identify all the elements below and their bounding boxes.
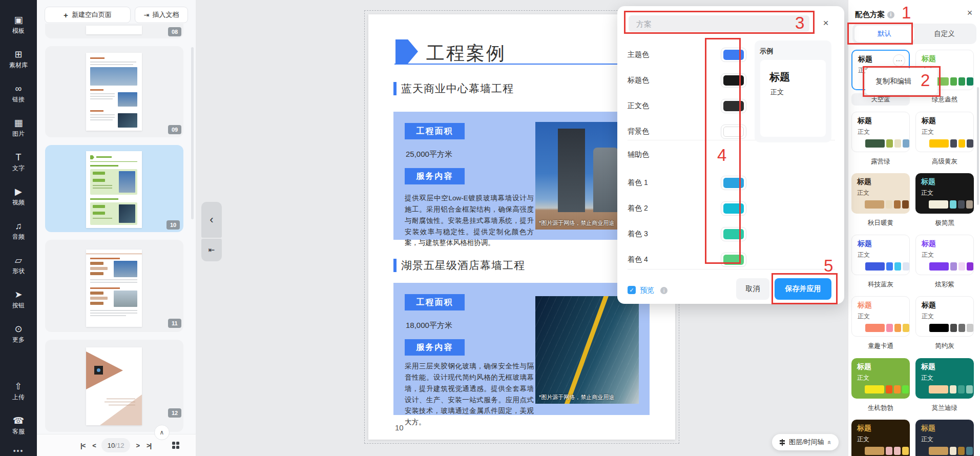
sidebar-item[interactable]: ⊞ 素材库 xyxy=(0,43,37,77)
sidebar-item[interactable]: ▶ 视频 xyxy=(0,180,37,214)
dialog-close-button[interactable]: × xyxy=(819,16,832,30)
grid-view-button[interactable] xyxy=(172,442,180,449)
chevron-left-icon: ‹ xyxy=(210,213,213,226)
color-scheme-item[interactable]: 标题 正文 ··· xyxy=(915,420,974,456)
total-pages: /12 xyxy=(115,442,124,449)
preview-checkbox[interactable]: ✓ xyxy=(628,286,636,294)
slide-thumbnail-11[interactable]: 11 xyxy=(45,240,183,332)
save-and-apply-button[interactable]: 保存并应用 xyxy=(775,278,831,300)
color-scheme-item[interactable]: 标题 正文 ··· 炫彩紫 xyxy=(915,235,974,291)
swatch-color xyxy=(966,447,973,455)
color-swatch-button[interactable] xyxy=(721,253,746,267)
scheme-card[interactable]: 标题 正文 ··· xyxy=(915,296,974,337)
swatch-color xyxy=(958,447,965,455)
page-title[interactable]: 工程案例 xyxy=(426,41,506,66)
slide-thumbnail-08[interactable]: 08 xyxy=(45,24,183,38)
sidebar-item[interactable]: ▣ 模板 xyxy=(0,8,37,43)
sidebar-item-icon: ▶ xyxy=(15,187,22,196)
sidebar-item-icon: ♫ xyxy=(15,221,22,231)
panel-scrollbar[interactable] xyxy=(977,87,979,205)
slide-number-badge: 09 xyxy=(168,125,181,134)
color-scheme-item[interactable]: 标题 正文 ··· 简约灰 xyxy=(915,296,974,352)
slide-thumbnail-09[interactable]: 09 xyxy=(45,46,183,137)
scheme-card[interactable]: 标题 正文 ··· xyxy=(851,296,910,337)
color-swatch-button[interactable] xyxy=(721,125,746,139)
scheme-card[interactable]: 标题 正文 ··· xyxy=(915,358,974,399)
layers-timeline-button[interactable]: 图层/时间轴 « xyxy=(772,434,839,450)
color-scheme-item[interactable]: 标题 正文 ··· 莫兰迪绿 xyxy=(915,358,974,414)
sidebar-item[interactable]: ➤ 按钮 xyxy=(0,283,37,317)
scheme-menu-button[interactable]: ··· xyxy=(893,54,905,67)
swatch-color xyxy=(958,385,965,393)
section-info-card[interactable]: 工程面积 25,000平方米 服务内容 提供双层中空Low-E镀膜玻璃幕墙设计与… xyxy=(393,112,650,240)
slide-thumbnail-10-selected[interactable]: 10 xyxy=(45,145,183,232)
panel-scrollbar[interactable] xyxy=(191,47,194,219)
sidebar-item[interactable]: T 文字 xyxy=(0,146,37,180)
last-page-button[interactable]: >| xyxy=(143,442,155,449)
scheme-card[interactable]: 标题 正文 ··· xyxy=(851,235,910,275)
sidebar-item[interactable]: ☎ 客服 xyxy=(0,409,37,443)
scheme-swatch-strip xyxy=(865,262,910,271)
color-swatch-button[interactable] xyxy=(721,48,746,62)
collapse-to-start-button[interactable]: ⇤ xyxy=(201,239,222,261)
left-toolbar: ▣ 模板 ⊞ 素材库 ∞ 链接 ▦ 图片 T 文字 ▶ 视频 ♫ 音频 ▱ 形状… xyxy=(0,0,37,456)
color-row-label: 着色 1 xyxy=(628,178,648,188)
color-swatch xyxy=(723,75,744,86)
sidebar-item[interactable]: ♫ 音频 xyxy=(0,214,37,248)
next-page-button[interactable]: > xyxy=(132,442,143,449)
scheme-card[interactable]: 标题 正文 ··· xyxy=(851,420,910,456)
scheme-card[interactable]: 标题 正文 ··· xyxy=(851,112,910,152)
scheme-swatch-strip xyxy=(865,385,910,393)
insert-document-button[interactable]: ⇥ 插入文档 xyxy=(135,7,188,23)
scheme-card[interactable]: 标题 正文 ··· xyxy=(915,235,974,275)
scheme-card-body: 正文 xyxy=(857,435,869,444)
prev-page-button[interactable]: < xyxy=(89,442,99,449)
sidebar-item[interactable]: ∞ 链接 xyxy=(0,77,37,111)
swatch-color xyxy=(886,262,893,271)
section-heading[interactable]: 蓝天商业中心幕墙工程 xyxy=(393,81,650,96)
scheme-card[interactable]: 标题 正文 ··· xyxy=(851,173,910,214)
color-swatch-button[interactable] xyxy=(721,201,746,216)
color-swatch-button[interactable] xyxy=(721,176,746,190)
copy-and-edit-menu-item[interactable]: 复制和编辑 xyxy=(875,77,911,86)
slide-thumbnail-12[interactable]: 12 xyxy=(45,340,183,432)
scheme-name-input[interactable] xyxy=(629,15,809,32)
scheme-name: 高级黄灰 xyxy=(915,155,974,168)
sidebar-more-dots[interactable]: ••• xyxy=(0,447,37,455)
cancel-button[interactable]: 取消 xyxy=(736,278,769,300)
color-scheme-item[interactable]: 标题 正文 ··· 极简黑 xyxy=(915,173,974,229)
collapse-sidebar-button[interactable]: ‹ xyxy=(201,202,222,238)
section-info-card[interactable]: 工程面积 18,000平方米 服务内容 采用三层夹胶钢化玻璃，确保安全性与隔音性… xyxy=(393,283,650,415)
scheme-card[interactable]: 标题 正文 ··· xyxy=(851,358,910,399)
color-scheme-item[interactable]: 标题 正文 ··· 露营绿 xyxy=(851,112,910,168)
sidebar-item[interactable]: ⇧ 上传 xyxy=(0,375,37,409)
color-swatch-button[interactable] xyxy=(721,99,746,113)
swatch-color xyxy=(967,139,973,148)
sidebar-item-icon: ➤ xyxy=(14,290,22,299)
section-heading[interactable]: 湖景五星级酒店幕墙工程 xyxy=(393,258,650,273)
first-page-button[interactable]: |< xyxy=(77,442,89,449)
color-swatch xyxy=(723,178,744,188)
preview-label[interactable]: 预览 xyxy=(640,286,654,295)
color-swatch-button[interactable] xyxy=(721,227,746,241)
color-scheme-item[interactable]: 标题 正文 ··· 生机勃勃 xyxy=(851,358,910,414)
building-photo[interactable]: *图片源于网络，禁止商业用途 xyxy=(535,296,639,404)
color-scheme-item[interactable]: 标题 正文 ··· 高级黄灰 xyxy=(915,112,974,168)
color-scheme-item[interactable]: 标题 正文 ··· 科技蓝灰 xyxy=(851,235,910,291)
collapse-panel-button[interactable]: ∧ xyxy=(154,425,170,440)
page-indicator[interactable]: 10 /12 xyxy=(101,438,131,452)
new-blank-page-button[interactable]: + 新建空白页面 xyxy=(45,7,131,23)
scheme-card-title: 标题 xyxy=(858,239,872,248)
scheme-card[interactable]: 标题 正文 ··· xyxy=(915,173,974,214)
scheme-context-menu[interactable]: 复制和编辑 xyxy=(865,68,937,95)
color-scheme-item[interactable]: 标题 正文 ··· 秋日暖黄 xyxy=(851,173,910,229)
sidebar-item[interactable]: ▱ 形状 xyxy=(0,248,37,283)
sidebar-item[interactable]: ⊙ 更多 xyxy=(0,317,37,351)
color-swatch-button[interactable] xyxy=(721,73,746,88)
color-scheme-item[interactable]: 标题 正文 ··· 童趣卡通 xyxy=(851,296,910,352)
sidebar-item-icon: ∞ xyxy=(15,84,22,93)
scheme-card[interactable]: 标题 正文 ··· xyxy=(915,420,974,456)
color-scheme-item[interactable]: 标题 正文 ··· xyxy=(851,420,910,456)
sidebar-item[interactable]: ▦ 图片 xyxy=(0,111,37,146)
scheme-card[interactable]: 标题 正文 ··· xyxy=(915,112,974,152)
